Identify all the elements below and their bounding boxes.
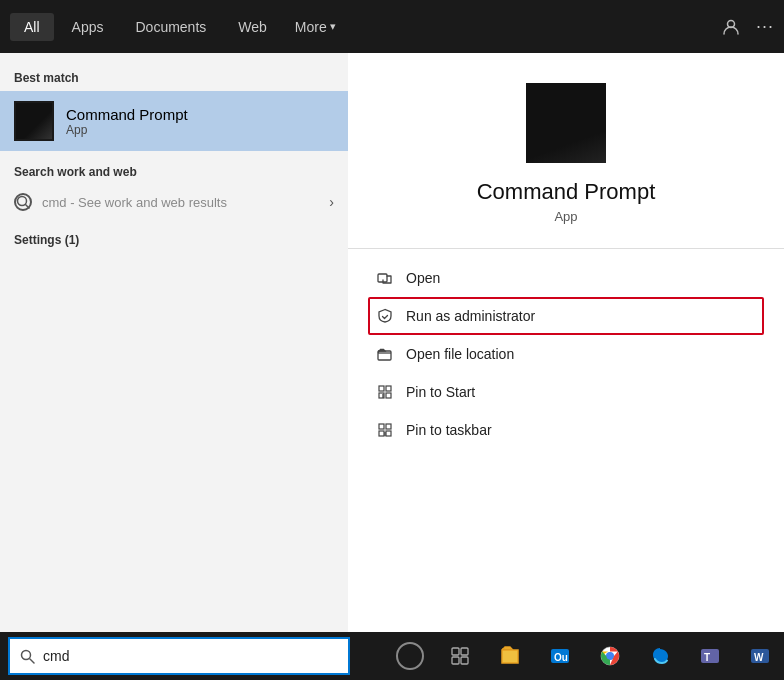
divider	[348, 248, 784, 249]
tab-apps[interactable]: Apps	[58, 13, 118, 41]
taskbar-start-button[interactable]	[386, 632, 434, 680]
settings-label: Settings (1)	[0, 219, 348, 251]
app-type: App	[554, 209, 577, 224]
svg-line-16	[30, 659, 34, 663]
pin-to-start-label: Pin to Start	[406, 384, 475, 400]
taskbar-chrome[interactable]	[586, 632, 634, 680]
svg-rect-17	[452, 648, 459, 655]
search-work-suffix: - See work and web results	[67, 195, 227, 210]
svg-point-15	[22, 650, 31, 659]
person-icon[interactable]	[722, 18, 740, 36]
taskbar-outlook[interactable]: Ou	[536, 632, 584, 680]
action-pin-to-taskbar[interactable]: Pin to taskbar	[368, 411, 764, 449]
best-match-label: Best match	[0, 67, 348, 91]
tab-more[interactable]: More ▾	[285, 13, 346, 41]
cmd-icon-inner	[16, 103, 52, 139]
svg-text:Ou: Ou	[554, 652, 568, 663]
pin-start-icon	[376, 383, 394, 401]
start-circle-icon	[396, 642, 424, 670]
search-circle-icon	[14, 193, 32, 211]
pin-taskbar-icon	[376, 421, 394, 439]
open-label: Open	[406, 270, 440, 286]
app-big-icon	[526, 83, 606, 163]
best-match-name: Command Prompt	[66, 106, 188, 123]
svg-rect-12	[379, 431, 384, 436]
taskbar-file-explorer[interactable]	[486, 632, 534, 680]
cmd-app-icon	[14, 101, 54, 141]
left-panel: Best match Command Prompt App Search wor…	[0, 53, 348, 673]
action-run-as-admin[interactable]: Run as administrator	[368, 297, 764, 335]
nav-icons: ···	[722, 16, 774, 37]
action-open-file-location[interactable]: Open file location	[368, 335, 764, 373]
svg-rect-13	[386, 431, 391, 436]
right-panel: Command Prompt App Open	[348, 53, 784, 673]
action-list: Open Run as administrator	[348, 259, 784, 449]
svg-point-25	[607, 653, 614, 660]
taskbar-icons: Ou T	[350, 632, 784, 680]
svg-rect-8	[386, 393, 391, 398]
svg-rect-19	[452, 657, 459, 664]
search-work-text: cmd - See work and web results	[42, 195, 319, 210]
taskbar-task-view[interactable]	[436, 632, 484, 680]
taskbar-edge[interactable]	[636, 632, 684, 680]
search-bar[interactable]: cmd	[8, 637, 350, 675]
best-match-item[interactable]: Command Prompt App	[0, 91, 348, 151]
more-label: More	[295, 19, 327, 35]
open-file-location-label: Open file location	[406, 346, 514, 362]
svg-rect-5	[379, 386, 384, 391]
main-content: Best match Command Prompt App Search wor…	[0, 53, 784, 673]
tab-documents[interactable]: Documents	[121, 13, 220, 41]
search-bar-icon	[20, 649, 35, 664]
search-bar-text: cmd	[43, 648, 69, 664]
svg-rect-6	[386, 386, 391, 391]
action-pin-to-start[interactable]: Pin to Start	[368, 373, 764, 411]
arrow-right-icon: ›	[329, 194, 334, 210]
search-work-label: Search work and web	[0, 151, 348, 185]
run-as-admin-label: Run as administrator	[406, 308, 535, 324]
tab-all[interactable]: All	[10, 13, 54, 41]
svg-rect-11	[386, 424, 391, 429]
chevron-down-icon: ▾	[330, 20, 336, 33]
open-icon	[376, 269, 394, 287]
taskbar-word[interactable]: W	[736, 632, 784, 680]
shield-icon	[376, 307, 394, 325]
pin-to-taskbar-label: Pin to taskbar	[406, 422, 492, 438]
best-match-text: Command Prompt App	[66, 106, 188, 137]
tab-web[interactable]: Web	[224, 13, 281, 41]
svg-rect-10	[379, 424, 384, 429]
svg-rect-20	[461, 657, 468, 664]
taskbar-teams[interactable]: T	[686, 632, 734, 680]
folder-location-icon	[376, 345, 394, 363]
top-nav: All Apps Documents Web More ▾ ···	[0, 0, 784, 53]
action-open[interactable]: Open	[368, 259, 764, 297]
svg-text:T: T	[704, 652, 710, 663]
svg-text:W: W	[754, 652, 764, 663]
taskbar: cmd Ou	[0, 632, 784, 680]
app-name: Command Prompt	[477, 179, 656, 205]
svg-rect-18	[461, 648, 468, 655]
svg-line-2	[26, 205, 30, 209]
ellipsis-icon[interactable]: ···	[756, 16, 774, 37]
best-match-sub: App	[66, 123, 188, 137]
search-work-item[interactable]: cmd - See work and web results ›	[0, 185, 348, 219]
